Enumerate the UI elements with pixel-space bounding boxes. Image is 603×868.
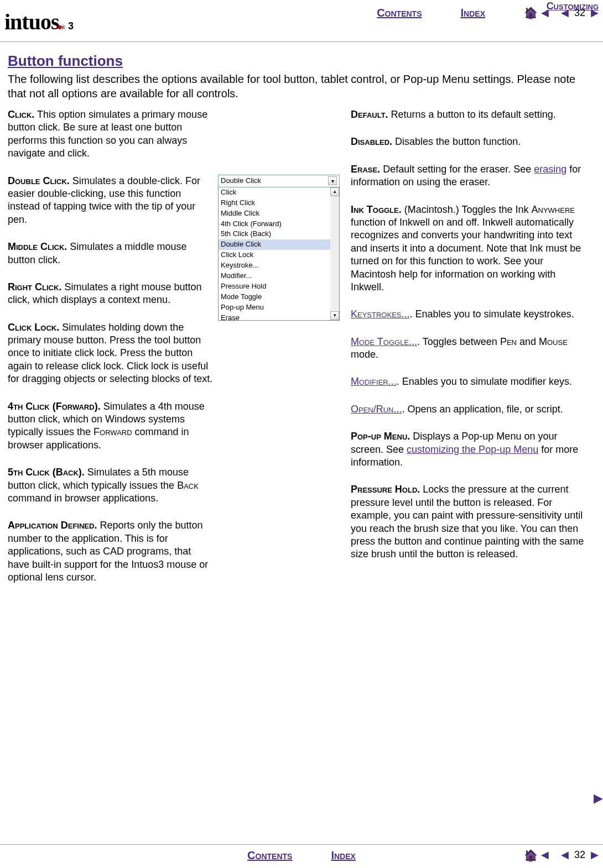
dropdown-item[interactable]: Keystroke... <box>219 260 339 271</box>
scroll-up-icon[interactable]: ▴ <box>330 187 339 196</box>
nav-controls-top: 32 <box>524 6 599 20</box>
label: 4th Click (Forward). <box>8 401 101 412</box>
desc3: mode. <box>351 349 378 360</box>
label: Application Defined. <box>8 520 97 531</box>
label: Erase. <box>351 164 380 175</box>
label: Middle Click. <box>8 241 67 252</box>
label: Pressure Hold. <box>351 484 420 495</box>
entry-popup-menu: Pop-up Menu. Displays a Pop-up Menu on y… <box>351 430 589 469</box>
dropdown-item[interactable]: Modifier... <box>219 271 339 281</box>
dropdown-item[interactable]: Double Click <box>219 239 339 250</box>
desc: Default setting for the eraser. See <box>380 164 534 175</box>
next-page-icon[interactable] <box>591 7 599 19</box>
sc: Back <box>177 480 199 491</box>
label: Click. <box>8 109 34 120</box>
scroll-down-icon[interactable]: ▾ <box>330 311 339 320</box>
erasing-link[interactable]: erasing <box>534 164 566 175</box>
label: Ink Toggle. <box>351 204 402 215</box>
nav-controls-bottom: 32 <box>524 848 599 862</box>
open-run-link[interactable]: Open/Run... <box>351 404 402 415</box>
mode-toggle-link[interactable]: Mode Toggle... <box>351 336 417 347</box>
home-icon[interactable] <box>524 848 538 862</box>
desc: Enables you to simulate keystrokes. <box>413 308 574 320</box>
entry-middle-click: Middle Click. Simulates a middle mouse b… <box>8 240 214 266</box>
logo-text: intuos <box>4 8 59 36</box>
page-number: 32 <box>574 7 585 19</box>
footer-index-link[interactable]: Index <box>331 848 355 862</box>
desc: Returns a button to its default setting. <box>388 109 556 120</box>
logo-dot: . <box>57 6 63 37</box>
entry-mode-toggle: Mode Toggle.... Toggles between Pen and … <box>351 336 589 362</box>
logo-sub: 3 <box>68 20 73 33</box>
desc: Disables the button function. <box>392 136 521 147</box>
entry-open-run: Open/Run.... Opens an application, file,… <box>351 403 589 416</box>
back-history-icon[interactable] <box>541 7 549 19</box>
dropdown-item[interactable]: Mode Toggle <box>219 292 339 302</box>
header: intuos. ® 3 Contents Index 32 <box>0 0 603 42</box>
column-right: Default. Returns a button to its default… <box>345 108 589 598</box>
entry-modifier: Modifier.... Enables you to simulate mod… <box>351 375 589 388</box>
desc2: command in browser applications. <box>8 493 158 504</box>
dropdown-item[interactable]: Click Lock <box>219 250 339 260</box>
entry-4th-click: 4th Click (Forward). Simulates a 4th mou… <box>8 400 214 452</box>
logo: intuos. ® 3 <box>4 6 73 37</box>
dropdown-item[interactable]: Right Click <box>219 198 339 208</box>
next-page-icon[interactable] <box>591 849 599 861</box>
dropdown-select[interactable]: Double Click ▾ <box>218 175 340 187</box>
entry-click: Click. This option simulates a primary m… <box>8 108 214 160</box>
footer: Contents Index 32 <box>0 844 603 862</box>
label: Default. <box>351 109 388 120</box>
entry-double-click: Double Click. Simulates a double-click. … <box>8 175 214 227</box>
label: Double Click. <box>8 175 70 186</box>
dropdown-item[interactable]: Click <box>219 187 339 198</box>
entry-click-lock: Click Lock. Simulates holding down the p… <box>8 321 214 386</box>
desc: (Macintosh.) Toggles the Ink <box>402 204 532 215</box>
entry-default: Default. Returns a button to its default… <box>351 108 589 121</box>
popup-menu-link[interactable]: customizing the Pop-up Menu <box>407 444 538 455</box>
footer-contents-link[interactable]: Contents <box>247 848 292 862</box>
logo-reg: ® <box>61 24 65 31</box>
dropdown-selected: Double Click <box>221 176 261 186</box>
dropdown-item[interactable]: 5th Click (Back) <box>219 229 339 239</box>
index-link[interactable]: Index <box>461 6 485 20</box>
entry-app-defined: Application Defined. Reports only the bu… <box>8 519 214 584</box>
dropdown-item[interactable]: 4th Click (Forward) <box>219 219 339 229</box>
label: Click Lock. <box>8 322 59 333</box>
scrollbar[interactable]: ▴ ▾ <box>330 187 339 320</box>
dropdown-item[interactable]: Erase <box>219 313 339 320</box>
column-middle: Double Click ▾ ClickRight ClickMiddle Cl… <box>218 108 345 598</box>
desc: This option simulates a primary mouse bu… <box>8 109 207 159</box>
entry-keystrokes: Keystrokes.... Enables you to simulate k… <box>351 308 589 321</box>
entry-ink-toggle: Ink Toggle. (Macintosh.) Toggles the Ink… <box>351 203 589 294</box>
dropdown-item[interactable]: Pop-up Menu <box>219 302 339 313</box>
label: 5th Click (Back). <box>8 467 85 478</box>
sc: Forward <box>93 426 132 437</box>
desc: Opens an application, file, or script. <box>405 404 563 415</box>
home-icon[interactable] <box>524 6 538 20</box>
intro-text: The following list describes the options… <box>8 72 595 101</box>
desc2: and <box>517 336 539 347</box>
page-title[interactable]: Button functions <box>8 52 595 71</box>
prev-page-icon[interactable] <box>561 7 569 19</box>
dropdown-screenshot: Double Click ▾ ClickRight ClickMiddle Cl… <box>218 175 340 321</box>
back-history-icon[interactable] <box>541 849 549 861</box>
sc: Anywhere <box>532 204 575 215</box>
continue-arrow-icon[interactable] <box>594 791 603 807</box>
dropdown-arrow-icon[interactable]: ▾ <box>328 176 337 185</box>
entry-disabled: Disabled. Disables the button function. <box>351 135 589 148</box>
sc: Pen <box>500 336 517 347</box>
label: Pop-up Menu. <box>351 431 410 442</box>
prev-page-icon[interactable] <box>561 849 569 861</box>
contents-link[interactable]: Contents <box>377 6 422 20</box>
entry-erase: Erase. Default setting for the eraser. S… <box>351 163 589 189</box>
desc: Toggles between <box>420 336 500 347</box>
entry-pressure-hold: Pressure Hold. Locks the pressure at the… <box>351 483 589 561</box>
modifier-link[interactable]: Modifier... <box>351 376 397 387</box>
header-nav: Contents Index 32 <box>377 6 599 20</box>
dropdown-item[interactable]: Pressure Hold <box>219 281 339 292</box>
label: Right Click. <box>8 281 61 292</box>
keystrokes-link[interactable]: Keystrokes... <box>351 308 409 320</box>
dropdown-item[interactable]: Middle Click <box>219 208 339 219</box>
entry-right-click: Right Click. Simulates a right mouse but… <box>8 281 214 307</box>
content: Button functions The following list desc… <box>0 42 603 598</box>
